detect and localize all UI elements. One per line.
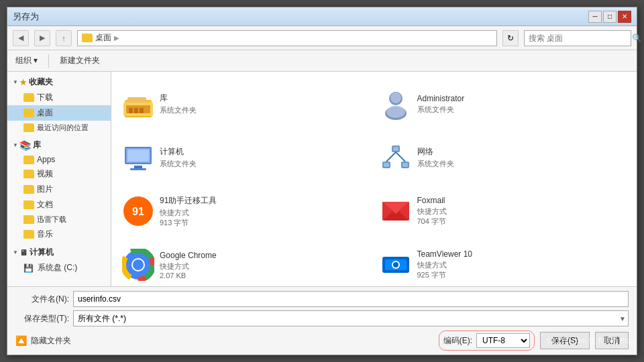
file-icon-chrome — [122, 249, 154, 281]
filetype-select[interactable]: 所有文件 (*.*) — [73, 310, 629, 326]
filename-label: 文件名(N): — [15, 294, 69, 305]
svg-point-11 — [386, 106, 405, 118]
file-info-computer: 计算机 系统文件夹 — [160, 146, 369, 169]
dialog-title: 另存为 — [13, 11, 39, 23]
file-type: 快捷方式 — [160, 208, 369, 218]
folder-icon — [23, 185, 34, 194]
folder-icon — [23, 200, 34, 209]
new-folder-button[interactable]: 新建文件夹 — [57, 54, 103, 68]
computer-label: 计算机 — [30, 247, 54, 258]
file-name: Foxmail — [417, 196, 627, 205]
file-icon-computer — [122, 141, 154, 174]
file-item-admin[interactable]: Administrator 系统文件夹 — [374, 77, 632, 131]
minimize-button[interactable]: ─ — [588, 11, 602, 23]
expand-icon: ▼ — [13, 79, 18, 85]
svg-rect-22 — [393, 147, 398, 151]
address-toolbar: ◀ ▶ ↑ 桌面 ▶ ↻ 🔍 — [7, 26, 637, 50]
file-type: 系统文件夹 — [160, 159, 369, 169]
sidebar-computer-header[interactable]: ▼ 🖥 计算机 — [7, 245, 111, 260]
filename-row: 文件名(N): — [15, 291, 629, 307]
file-list: 库 系统文件夹 Administrator 系统文件夹 — [111, 72, 637, 286]
file-item-network[interactable]: 网络 系统文件夹 — [374, 131, 632, 184]
file-size: 925 字节 — [417, 270, 627, 280]
svg-point-10 — [390, 93, 401, 103]
file-info-foxmail: Foxmail 快捷方式 704 字节 — [417, 196, 627, 227]
library-icon: 📚 — [19, 140, 31, 151]
filename-input[interactable] — [73, 291, 629, 307]
file-item-91[interactable]: 91 91助手迁移工具 快捷方式 913 字节 — [117, 184, 374, 238]
sidebar-item-label: 桌面 — [37, 107, 53, 119]
file-icon-teamviewer — [380, 249, 412, 281]
file-item-library[interactable]: 库 系统文件夹 — [117, 77, 374, 131]
encoding-select[interactable]: UTF-8 — [476, 333, 530, 348]
sidebar-item-desktop[interactable]: 桌面 — [7, 105, 111, 121]
up-button[interactable]: ↑ — [56, 30, 72, 46]
filetype-row: 保存类型(T): 所有文件 (*.*) ▼ — [15, 310, 629, 326]
forward-button[interactable]: ▶ — [34, 30, 50, 46]
file-type: 系统文件夹 — [417, 159, 627, 169]
address-bar[interactable]: 桌面 ▶ — [77, 30, 497, 46]
sidebar-item-pictures[interactable]: 图片 — [7, 182, 111, 197]
organize-button[interactable]: 组织 ▾ — [13, 54, 40, 68]
file-info-library: 库 系统文件夹 — [160, 93, 369, 115]
filetype-select-wrapper: 所有文件 (*.*) ▼ — [73, 310, 629, 326]
expand-icon: ▼ — [13, 142, 18, 148]
back-button[interactable]: ◀ — [13, 30, 29, 46]
maximize-button[interactable]: □ — [603, 11, 616, 23]
sidebar-item-label: 下载 — [37, 92, 53, 103]
sidebar-item-apps[interactable]: Apps — [7, 153, 111, 166]
file-icon-admin — [380, 88, 412, 120]
file-info-chrome: Google Chrome 快捷方式 2.07 KB — [160, 251, 369, 280]
sidebar-library-header[interactable]: ▼ 📚 库 — [7, 137, 111, 153]
refresh-icon: ↻ — [507, 34, 514, 43]
svg-line-20 — [386, 152, 396, 162]
file-item-chrome[interactable]: Google Chrome 快捷方式 2.07 KB — [117, 238, 374, 286]
file-name: TeamViewer 10 — [417, 249, 627, 259]
sidebar-favorites-header[interactable]: ▼ ★ 收藏夹 — [7, 74, 111, 90]
expand-icon: ▼ — [13, 249, 18, 255]
sidebar-item-music[interactable]: 音乐 — [7, 227, 111, 242]
sidebar-item-label: 最近访问的位置 — [37, 123, 89, 133]
file-item-foxmail[interactable]: Foxmail 快捷方式 704 字节 — [374, 184, 632, 238]
drive-icon: 💾 — [23, 263, 34, 273]
sidebar-item-recent[interactable]: 最近访问的位置 — [7, 121, 111, 135]
sidebar-item-thunder[interactable]: 迅雷下载 — [7, 213, 111, 227]
action-toolbar: 组织 ▾ 新建文件夹 — [7, 50, 637, 72]
sidebar-item-label: 图片 — [37, 184, 53, 195]
favorites-label: 收藏夹 — [29, 76, 53, 88]
refresh-button[interactable]: ↻ — [502, 30, 519, 46]
main-area: ▼ ★ 收藏夹 下载 桌面 最近访问的位置 — [7, 72, 637, 286]
svg-rect-14 — [134, 166, 142, 168]
file-size: 704 字节 — [417, 217, 627, 227]
cancel-button[interactable]: 取消 — [595, 332, 629, 349]
save-button[interactable]: 保存(S) — [540, 332, 590, 349]
file-type: 快捷方式 — [417, 260, 627, 270]
sidebar-item-label: 系统盘 (C:) — [38, 262, 77, 274]
sidebar-item-cdrive[interactable]: 💾 系统盘 (C:) — [7, 260, 111, 276]
sidebar-item-download[interactable]: 下载 — [7, 90, 111, 105]
svg-rect-7 — [140, 108, 144, 113]
sidebar-section-favorites: ▼ ★ 收藏夹 下载 桌面 最近访问的位置 — [7, 74, 111, 135]
file-item-teamviewer[interactable]: TeamViewer 10 快捷方式 925 字节 — [374, 238, 632, 286]
file-icon-network — [380, 141, 412, 174]
file-icon-91: 91 — [122, 195, 154, 227]
file-item-computer[interactable]: 计算机 系统文件夹 — [117, 131, 374, 184]
folder-icon — [23, 230, 34, 239]
sidebar-item-docs[interactable]: 文档 — [7, 197, 111, 213]
svg-rect-5 — [129, 108, 133, 113]
file-name: 计算机 — [160, 146, 369, 158]
folder-icon — [23, 170, 34, 178]
folder-icon — [23, 123, 34, 132]
search-box[interactable]: 🔍 — [524, 30, 631, 46]
file-info-network: 网络 系统文件夹 — [417, 146, 627, 169]
sidebar-item-video[interactable]: 视频 — [7, 166, 111, 182]
file-icon-foxmail — [380, 195, 412, 227]
search-input[interactable] — [529, 34, 629, 43]
file-type: 系统文件夹 — [160, 105, 369, 115]
filetype-label: 保存类型(T): — [15, 313, 69, 324]
search-icon: 🔍 — [632, 34, 642, 43]
file-type: 快捷方式 — [160, 261, 369, 272]
divider — [48, 54, 49, 68]
close-button[interactable]: ✕ — [618, 11, 631, 23]
hidden-files-toggle[interactable]: 🔼 隐藏文件夹 — [15, 335, 71, 347]
